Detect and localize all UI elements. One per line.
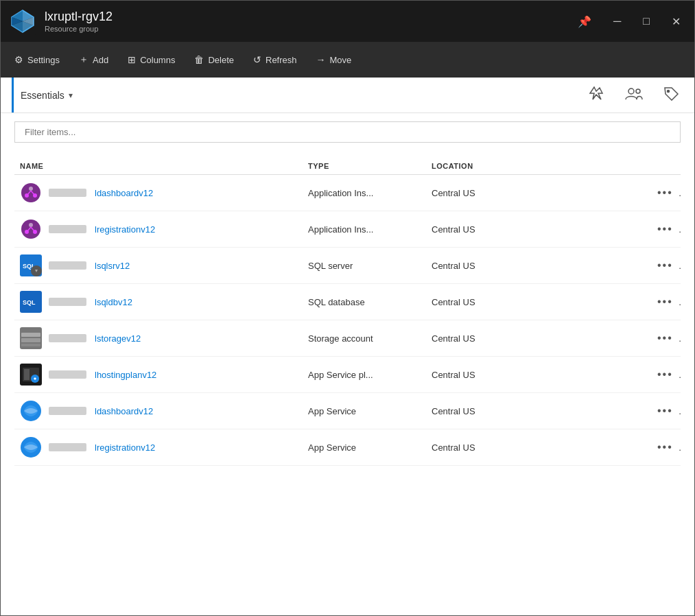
resource-name-link[interactable]: lregistrationv12 [95, 224, 155, 235]
resource-name-cell: lstoragev12 [14, 327, 303, 349]
resource-name-link[interactable]: lsqldbv12 [95, 297, 132, 307]
resource-icon-sql-database: SQL [20, 291, 42, 313]
resource-actions-cell: ••• [646, 329, 681, 347]
settings-button[interactable]: ⚙ Settings [6, 49, 68, 71]
resource-icon-app-insights [20, 218, 42, 240]
pin-button[interactable]: 📌 [572, 12, 597, 31]
more-options-button[interactable]: ••• [652, 329, 679, 347]
name-redacted [49, 189, 86, 197]
more-options-button[interactable]: ••• [652, 293, 679, 311]
resource-table: NAME TYPE LOCATION ldashboardv12 [1, 148, 694, 615]
table-row[interactable]: lregistrationv12 App Service Central US … [14, 429, 681, 466]
move-icon: → [316, 54, 326, 65]
filter-bar [1, 113, 694, 148]
name-redacted [49, 370, 86, 379]
more-options-button[interactable]: ••• [652, 402, 679, 420]
essentials-action-icons [585, 83, 683, 108]
resource-name-cell: ldashboardv12 [14, 182, 303, 204]
resource-type: App Service pl... [303, 370, 426, 380]
resource-name-link[interactable]: ldashboardv12 [95, 188, 153, 198]
refresh-icon: ↺ [253, 54, 261, 65]
add-button[interactable]: ＋ Add [71, 48, 117, 71]
resource-icon-app-insights [20, 182, 42, 204]
table-row[interactable]: lhostingplanv12 App Service pl... Centra… [14, 357, 681, 393]
move-button[interactable]: → Move [308, 49, 360, 71]
more-options-button[interactable]: ••• [652, 184, 679, 202]
resource-name-link[interactable]: lstoragev12 [95, 333, 141, 344]
resource-name-link[interactable]: ldashboardv12 [95, 406, 153, 416]
svg-rect-29 [21, 333, 40, 337]
resource-name-link[interactable]: lsqlsrv12 [95, 261, 130, 271]
add-icon: ＋ [79, 54, 89, 66]
svg-point-12 [29, 187, 33, 191]
filter-input[interactable] [14, 121, 681, 143]
table-row[interactable]: SQL lsqldbv12 SQL database Central US ••… [14, 284, 681, 320]
resource-location: Central US [426, 297, 646, 307]
resource-actions-cell: ••• [646, 220, 681, 238]
essentials-left: Essentials ▾ [12, 78, 73, 112]
table-row[interactable]: ldashboardv12 App Service Central US ••• [14, 393, 681, 429]
resource-location: Central US [426, 188, 646, 198]
more-options-button[interactable]: ••• [652, 438, 679, 456]
more-options-button[interactable]: ••• [652, 257, 679, 274]
table-row[interactable]: lstoragev12 Storage account Central US •… [14, 320, 681, 357]
resource-name-cell: lregistrationv12 [14, 218, 303, 240]
resource-location: Central US [426, 333, 646, 344]
resource-name-link[interactable]: lregistrationv12 [95, 442, 155, 453]
resource-location: Central US [426, 224, 646, 235]
svg-rect-31 [21, 344, 40, 346]
essentials-label: Essentials [21, 90, 64, 101]
move-label: Move [330, 55, 352, 65]
window-subtitle: Resource group [45, 25, 572, 33]
settings-icon: ⚙ [14, 54, 23, 65]
resource-name-cell: lhostingplanv12 [14, 364, 303, 386]
title-bar: lxruptl-rgv12 Resource group 📌 ─ □ ✕ [1, 1, 694, 42]
svg-point-10 [668, 90, 670, 92]
table-row[interactable]: ldashboardv12 Application Ins... Central… [14, 175, 681, 211]
resource-actions-cell: ••• [646, 184, 681, 202]
table-row[interactable]: SQL lsqlsrv12 SQL server Central US ••• [14, 248, 681, 284]
close-button[interactable]: ✕ [666, 12, 686, 31]
window-title: lxruptl-rgv12 [45, 10, 572, 25]
columns-label: Columns [140, 55, 175, 65]
resource-type: SQL database [303, 297, 426, 307]
resource-location: Central US [426, 406, 646, 416]
essentials-chevron-icon: ▾ [69, 91, 73, 100]
svg-point-11 [21, 183, 40, 202]
delete-icon: 🗑 [194, 54, 204, 65]
minimize-button[interactable]: ─ [608, 12, 626, 30]
table-row[interactable]: lregistrationv12 Application Ins... Cent… [14, 211, 681, 248]
resource-type: Application Ins... [303, 188, 426, 198]
name-redacted [49, 334, 86, 342]
resource-type: SQL server [303, 261, 426, 271]
refresh-button[interactable]: ↺ Refresh [245, 49, 305, 71]
table-header: NAME TYPE LOCATION [14, 155, 681, 175]
resource-location: Central US [426, 370, 646, 380]
delete-label: Delete [208, 55, 234, 65]
resource-type: Application Ins... [303, 224, 426, 235]
delete-button[interactable]: 🗑 Delete [186, 49, 242, 71]
resource-name-cell: ldashboardv12 [14, 400, 303, 422]
lightning-button[interactable] [585, 83, 608, 108]
svg-point-18 [29, 223, 33, 227]
essentials-bar: Essentials ▾ [1, 78, 694, 113]
name-redacted [49, 407, 86, 415]
resource-name-link[interactable]: lhostingplanv12 [95, 370, 156, 380]
name-redacted [49, 443, 86, 451]
svg-point-8 [628, 88, 634, 94]
svg-text:SQL: SQL [23, 299, 36, 306]
users-button[interactable] [622, 83, 646, 108]
more-options-button[interactable]: ••• [652, 220, 679, 238]
columns-icon: ⊞ [128, 54, 136, 65]
columns-button[interactable]: ⊞ Columns [119, 49, 183, 71]
window-controls: 📌 ─ □ ✕ [572, 12, 686, 31]
refresh-label: Refresh [266, 55, 297, 65]
name-redacted [49, 225, 86, 233]
more-options-button[interactable]: ••• [652, 366, 679, 383]
tag-button[interactable] [660, 83, 683, 108]
header-name: NAME [14, 162, 303, 170]
name-redacted [49, 298, 86, 306]
maximize-button[interactable]: □ [637, 12, 655, 30]
svg-rect-30 [21, 338, 40, 342]
resource-name-cell: SQL lsqlsrv12 [14, 254, 303, 276]
